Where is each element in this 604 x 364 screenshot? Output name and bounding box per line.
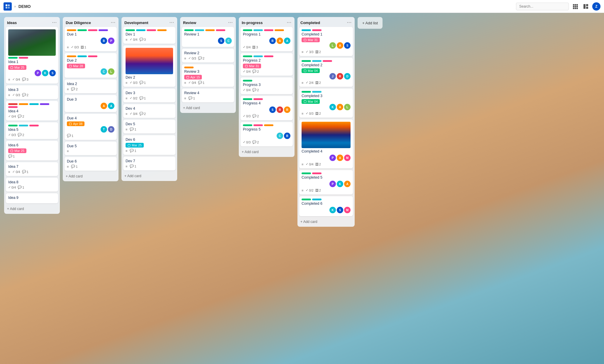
card-progress2[interactable]: Progress 2 Mar 31✓0/4💬2 [241, 53, 293, 76]
avatar[interactable]: J [329, 73, 336, 79]
avatar[interactable]: K [42, 70, 48, 76]
avatar[interactable]: S [49, 70, 56, 76]
card-dev2[interactable]: Dev 2≡✓0/3💬1 [123, 45, 175, 87]
card-due5[interactable]: Due 5≡ [65, 142, 117, 155]
avatar[interactable]: D [108, 126, 114, 133]
card-dev3[interactable]: Dev 3≡✓0/2💬1 [123, 89, 175, 102]
grid-view-icon[interactable] [571, 2, 579, 11]
card-idea5[interactable]: Idea 5✓0/3💬2 [6, 122, 58, 139]
card-completed4[interactable]: Completed 4PAM≡✓0/4🖼2 [299, 119, 353, 168]
card-due1[interactable]: Due 1BP≡✓0/3🖼1 [65, 27, 117, 51]
date-badge-completed1[interactable]: Mar 31 [302, 38, 320, 42]
date-badge-idea6[interactable]: Mar 25 [8, 148, 26, 153]
date-badge-completed2[interactable]: Mar 04 [302, 68, 320, 73]
add-list-button[interactable]: + Add list [358, 17, 383, 29]
card-idea1[interactable]: Idea 1 Mar 25PKS≡✓0/4💬3 [6, 27, 58, 84]
avatar[interactable]: A [101, 103, 107, 109]
date-badge-dev6[interactable]: Mar 25 [126, 143, 144, 148]
card-idea2-dd[interactable]: Idea 2≡💬2 [65, 79, 117, 93]
avatar[interactable]: L [108, 68, 114, 75]
list-menu-ideas[interactable]: ··· [52, 20, 57, 25]
avatar[interactable]: A [337, 104, 343, 110]
user-avatar[interactable]: Z [592, 2, 600, 11]
avatar[interactable]: A [337, 155, 343, 161]
avatar[interactable]: K [329, 104, 336, 110]
card-dev5[interactable]: Dev 5≡💬1 [123, 120, 175, 133]
card-idea4[interactable]: Idea 4✓0/4💬2 [6, 101, 58, 121]
card-review2[interactable]: Review 2≡✓0/3💬2 [182, 49, 234, 62]
avatar[interactable]: P [35, 70, 41, 76]
card-idea3[interactable]: Idea 3≡✓0/3💬2 [6, 85, 58, 99]
avatar[interactable]: M [344, 207, 351, 213]
avatar[interactable]: A [337, 42, 343, 49]
add-card-in-progress[interactable]: + Add card [239, 148, 295, 157]
avatar[interactable]: R [277, 106, 283, 113]
card-progress3[interactable]: Progress 3✓0/4💬2 [241, 77, 293, 94]
card-dev4[interactable]: Dev 4≡✓0/4💬2 [123, 104, 175, 118]
card-due4[interactable]: Due 4 Apr 08TD💬1 [65, 114, 117, 140]
avatar[interactable]: A [277, 38, 283, 44]
avatar[interactable]: D [344, 73, 351, 79]
add-card-completed[interactable]: + Add card [297, 218, 355, 227]
card-completed5[interactable]: Completed 5PKA≡✓0/2🖼2 [299, 170, 353, 194]
avatar[interactable]: P [329, 181, 336, 187]
add-card-development[interactable]: + Add card [121, 172, 177, 181]
add-card-due-diligence[interactable]: + Add card [63, 172, 119, 181]
date-badge-progress2[interactable]: Mar 31 [243, 64, 261, 68]
avatar[interactable]: L [344, 104, 351, 110]
avatar[interactable]: L [329, 42, 336, 49]
avatar[interactable]: R [337, 73, 343, 79]
card-idea9[interactable]: Idea 9 [6, 193, 58, 203]
card-progress1[interactable]: Progress 1BAA✓0/4🖼3 [241, 27, 293, 51]
avatar[interactable]: P [329, 155, 336, 161]
card-dev6[interactable]: Dev 6 Mar 25≡💬1 [123, 135, 175, 155]
avatar[interactable]: C [277, 133, 283, 139]
add-card-ideas[interactable]: + Add card [4, 205, 60, 214]
avatar[interactable]: B [284, 133, 290, 139]
avatar[interactable]: T [101, 126, 107, 133]
avatar[interactable]: M [344, 155, 351, 161]
search-input[interactable] [516, 3, 569, 10]
card-idea6[interactable]: Idea 6 Mar 25💬1 [6, 141, 58, 160]
date-badge-due2[interactable]: Mar 28 [67, 64, 85, 68]
avatar[interactable]: P [108, 38, 114, 44]
avatar[interactable]: R [284, 106, 290, 113]
layout-icon[interactable] [582, 2, 590, 11]
card-idea7[interactable]: Idea 7≡✓0/4💬1 [6, 162, 58, 176]
avatar[interactable]: S [337, 207, 343, 213]
card-completed1[interactable]: Completed 1 Mar 31LAS≡✓3/3🖼2 [299, 27, 353, 56]
date-badge-review3[interactable]: Apr 15 [184, 75, 202, 79]
avatar[interactable]: S [269, 106, 276, 113]
avatar[interactable]: S [344, 42, 351, 49]
avatar[interactable]: A [344, 181, 351, 187]
avatar[interactable]: K [329, 207, 336, 213]
card-review1[interactable]: Review 1SC [182, 27, 234, 47]
card-due3[interactable]: Due 3AA [65, 95, 117, 112]
list-menu-review[interactable]: ··· [228, 20, 233, 25]
avatar[interactable]: A [284, 38, 290, 44]
avatar[interactable]: B [269, 38, 276, 44]
list-menu-development[interactable]: ··· [170, 20, 174, 25]
card-completed6[interactable]: Completed 6KSM [299, 196, 353, 216]
avatar[interactable]: C [101, 68, 107, 75]
card-review3[interactable]: Review 3 Apr 15≡✓0/4💬1 [182, 64, 234, 87]
card-dev7[interactable]: Dev 7≡💬1 [123, 157, 175, 170]
list-menu-due-diligence[interactable]: ··· [111, 20, 116, 25]
card-due6[interactable]: Due 6≡💬1 [65, 157, 117, 171]
list-menu-completed[interactable]: ··· [347, 20, 352, 25]
date-badge-idea1[interactable]: Mar 25 [8, 65, 26, 70]
card-dev1[interactable]: Dev 1≡✓0/4💬3 [123, 27, 175, 44]
date-badge-completed3[interactable]: Mar 04 [302, 99, 320, 104]
card-completed3[interactable]: Completed 3 Mar 04KAL≡✓0/3🖼2 [299, 89, 353, 118]
app-logo[interactable] [4, 2, 12, 11]
card-review4[interactable]: Review 4≡💬1 [182, 89, 234, 102]
card-completed2[interactable]: Completed 2 Mar 04JRD≡✓2/4🖼2 [299, 58, 353, 87]
avatar[interactable]: C [225, 38, 232, 44]
card-idea8[interactable]: Idea 8✓0/4💬1 [6, 178, 58, 192]
card-due2[interactable]: Due 2 Mar 28CL [65, 53, 117, 78]
list-menu-in-progress[interactable]: ··· [287, 20, 292, 25]
card-progress5[interactable]: Progress 5CB✓0/3💬2 [241, 122, 293, 146]
add-card-review[interactable]: + Add card [180, 104, 236, 113]
avatar[interactable]: K [337, 181, 343, 187]
avatar[interactable]: S [218, 38, 224, 44]
